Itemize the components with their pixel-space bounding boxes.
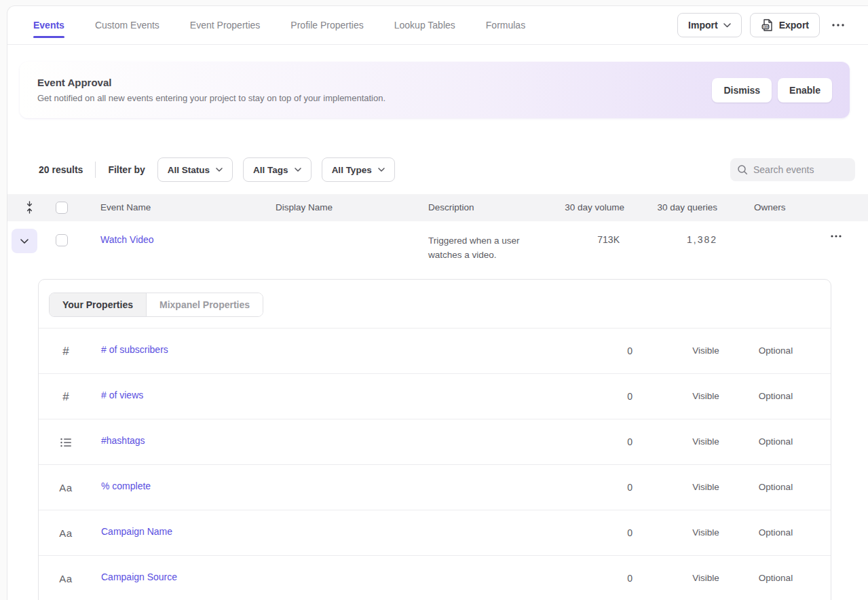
lexicon-page: Events Custom Events Event Properties Pr… xyxy=(7,5,868,600)
toolbar-divider xyxy=(95,162,96,178)
property-visibility: Visible xyxy=(665,527,747,538)
property-visibility: Visible xyxy=(665,391,747,401)
export-button-label: Export xyxy=(779,20,809,31)
banner-title: Event Approval xyxy=(37,77,385,88)
export-button[interactable]: csv Export xyxy=(750,13,820,37)
active-tab-underline xyxy=(33,36,64,38)
property-status: Optional xyxy=(735,391,816,401)
collapse-all-icon[interactable] xyxy=(25,201,34,214)
collapse-row-button[interactable] xyxy=(12,229,37,253)
property-row: Campaign Source 0 Visible Optional xyxy=(39,556,831,600)
banner-actions: Dismiss Enable xyxy=(712,78,832,102)
chevron-down-icon xyxy=(295,168,301,172)
property-value: 0 xyxy=(627,345,633,356)
results-count: 20 results xyxy=(39,164,83,175)
status-filter-dropdown[interactable]: All Status xyxy=(157,157,233,182)
list-type-icon xyxy=(54,419,78,465)
property-name-link[interactable]: # of views xyxy=(101,390,143,400)
event-queries: 1,382 xyxy=(687,234,717,245)
overflow-menu-button[interactable] xyxy=(828,21,848,29)
search-events-box[interactable] xyxy=(730,158,855,181)
property-row: % complete 0 Visible Optional xyxy=(39,465,831,510)
tab-mixpanel-properties[interactable]: Mixpanel Properties xyxy=(147,293,263,316)
property-row: # of subscribers 0 Visible Optional xyxy=(39,329,831,374)
property-status: Optional xyxy=(735,527,816,538)
select-all-checkbox[interactable] xyxy=(56,202,68,214)
property-visibility: Visible xyxy=(665,345,747,356)
tab-events[interactable]: Events xyxy=(33,7,64,43)
col-description: Description xyxy=(428,202,474,212)
property-visibility: Visible xyxy=(665,573,747,583)
property-row: Campaign Name 0 Visible Optional xyxy=(39,510,831,556)
tab-profile-properties[interactable]: Profile Properties xyxy=(290,7,363,43)
import-button-label: Import xyxy=(688,20,718,31)
types-filter-dropdown[interactable]: All Types xyxy=(322,157,395,182)
property-row: # of views 0 Visible Optional xyxy=(39,374,831,419)
events-table-header: Event Name Display Name Description 30 d… xyxy=(7,194,868,221)
top-nav-bar: Events Custom Events Event Properties Pr… xyxy=(7,6,868,45)
tab-event-properties[interactable]: Event Properties xyxy=(190,7,261,43)
status-filter-value: All Status xyxy=(168,165,210,175)
property-name-link[interactable]: % complete xyxy=(101,481,151,491)
number-type-icon xyxy=(54,374,78,419)
property-value: 0 xyxy=(627,527,633,538)
text-type-icon xyxy=(54,465,78,510)
tags-filter-value: All Tags xyxy=(253,165,288,175)
top-nav-tabs: Events Custom Events Event Properties Pr… xyxy=(33,7,525,43)
property-visibility: Visible xyxy=(665,482,747,492)
property-visibility: Visible xyxy=(665,436,747,447)
ellipsis-icon xyxy=(831,235,842,238)
event-approval-banner: Event Approval Get notified on all new e… xyxy=(20,62,850,118)
tags-filter-dropdown[interactable]: All Tags xyxy=(243,157,312,182)
banner-description: Get notified on all new events entering … xyxy=(37,93,385,103)
property-status: Optional xyxy=(735,436,816,447)
property-value: 0 xyxy=(627,436,633,447)
svg-text:csv: csv xyxy=(763,25,768,29)
property-name-link[interactable]: Campaign Source xyxy=(101,571,177,582)
event-volume: 713K xyxy=(597,234,620,245)
event-properties-panel: Your Properties Mixpanel Properties # of… xyxy=(38,279,831,600)
types-filter-value: All Types xyxy=(332,165,372,175)
property-status: Optional xyxy=(735,573,816,583)
banner-text: Event Approval Get notified on all new e… xyxy=(37,77,385,103)
row-menu-button[interactable] xyxy=(827,232,846,240)
chevron-down-icon xyxy=(20,239,29,244)
tab-custom-events[interactable]: Custom Events xyxy=(95,7,159,43)
col-30-day-queries: 30 day queries xyxy=(657,202,717,212)
enable-button[interactable]: Enable xyxy=(778,78,832,102)
property-value: 0 xyxy=(627,391,633,402)
col-display-name: Display Name xyxy=(276,202,333,212)
event-description: Triggered when a user watches a video. xyxy=(428,233,545,262)
search-input[interactable] xyxy=(753,164,848,175)
property-name-link[interactable]: Campaign Name xyxy=(101,526,172,537)
property-row: #hashtags 0 Visible Optional xyxy=(39,419,831,465)
table-row: Watch Video Triggered when a user watche… xyxy=(7,221,868,279)
import-button[interactable]: Import xyxy=(677,13,742,37)
event-name-link[interactable]: Watch Video xyxy=(100,234,154,245)
tab-your-properties[interactable]: Your Properties xyxy=(50,293,147,316)
property-value: 0 xyxy=(627,573,633,584)
tab-events-label: Events xyxy=(33,20,64,31)
col-event-name: Event Name xyxy=(100,202,151,212)
dismiss-button[interactable]: Dismiss xyxy=(712,78,772,102)
property-status: Optional xyxy=(735,482,816,492)
row-checkbox[interactable] xyxy=(56,234,68,246)
top-nav-actions: Import csv Export xyxy=(677,13,848,37)
chevron-down-icon xyxy=(723,23,731,28)
search-icon xyxy=(737,164,748,175)
tab-lookup-tables[interactable]: Lookup Tables xyxy=(394,7,455,43)
ellipsis-icon xyxy=(832,24,844,26)
tab-formulas[interactable]: Formulas xyxy=(486,7,525,43)
property-status: Optional xyxy=(735,345,816,356)
properties-tab-group: Your Properties Mixpanel Properties xyxy=(49,293,263,317)
col-owners: Owners xyxy=(754,202,786,212)
property-name-link[interactable]: #hashtags xyxy=(101,435,145,446)
csv-file-icon: csv xyxy=(761,18,774,32)
filter-toolbar: 20 results Filter by All Status All Tags… xyxy=(7,157,868,182)
text-type-icon xyxy=(54,556,78,600)
filter-by-label: Filter by xyxy=(108,164,145,175)
property-name-link[interactable]: # of subscribers xyxy=(101,344,168,355)
col-30-day-volume: 30 day volume xyxy=(565,202,624,212)
text-type-icon xyxy=(54,510,78,556)
property-value: 0 xyxy=(627,482,633,493)
